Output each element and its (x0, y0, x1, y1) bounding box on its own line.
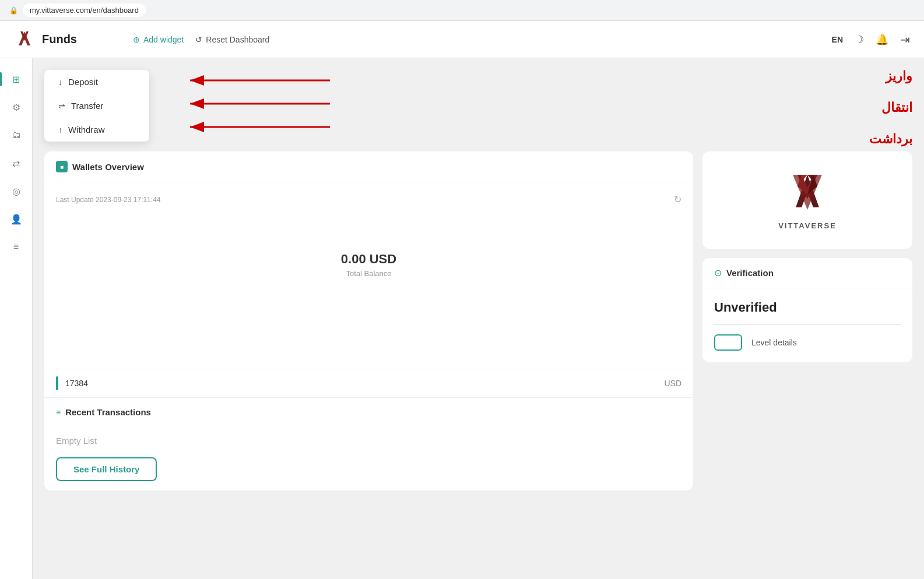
chart-currency: USD (664, 379, 681, 388)
transactions-title: Recent Transactions (65, 407, 151, 417)
last-update-text: Last Update 2023-09-23 17:11:44 (56, 196, 160, 204)
sidebar-item-list[interactable]: ≡ (5, 235, 28, 259)
withdraw-icon: ↑ (58, 125, 62, 135)
verification-title: Verification (726, 268, 774, 278)
vittaverse-logo-large (784, 170, 831, 217)
transactions-section: ≡ Recent Transactions Empty List See Ful… (44, 397, 693, 490)
sidebar-item-settings[interactable]: ⚙ (5, 96, 28, 119)
deposit-menu-item[interactable]: ↓ Deposit (44, 70, 149, 94)
refresh-icon[interactable]: ↻ (674, 194, 681, 205)
logout-icon: ⇥ (900, 33, 910, 47)
vittaverse-logo-small (14, 29, 35, 50)
settings-icon: ⚙ (12, 102, 20, 113)
list-icon: ≡ (13, 242, 19, 252)
wallets-overview-card: ■ Wallets Overview Last Update 2023-09-2… (44, 151, 693, 490)
browser-bar: 🔒 my.vittaverse.com/en/dashboard (0, 0, 924, 21)
bell-icon: 🔔 (876, 33, 888, 46)
left-column: ■ Wallets Overview Last Update 2023-09-2… (44, 151, 693, 490)
last-update-row: Last Update 2023-09-23 17:11:44 ↻ (56, 194, 681, 205)
wallets-content: Last Update 2023-09-23 17:11:44 ↻ 0.00 U… (44, 182, 693, 369)
popup-annotation-area: ↓ Deposit ⇌ Transfer ↑ Withdraw (44, 70, 912, 142)
dashboard-grid: ■ Wallets Overview Last Update 2023-09-2… (44, 151, 912, 490)
verification-header: ⊙ Verification (702, 258, 912, 288)
logo-area: Funds (14, 29, 119, 50)
total-balance-label: Total Balance (346, 269, 391, 278)
user-icon: 👤 (10, 214, 22, 225)
transfer-icon: ⇌ (58, 101, 65, 111)
notifications-button[interactable]: 🔔 (876, 33, 888, 46)
level-box (714, 334, 742, 351)
transfer-icon: ⇄ (12, 158, 20, 169)
brand-name: VITTAVERSE (778, 221, 837, 230)
add-widget-button[interactable]: ⊕ Add widget (133, 35, 184, 44)
wallets-title: Wallets Overview (72, 162, 144, 172)
verification-row: Level details (714, 334, 901, 351)
wallets-widget-header: ■ Wallets Overview (44, 151, 693, 182)
lock-icon: 🔒 (9, 6, 18, 15)
page-title: Funds (42, 33, 77, 46)
annotation-arrows-svg (184, 70, 429, 140)
sidebar-item-globe[interactable]: ◎ (5, 179, 28, 203)
shield-icon: ⊙ (714, 267, 722, 278)
chart-row: 17384 USD (44, 369, 693, 397)
withdraw-arabic-label: برداشت (869, 132, 912, 147)
level-details-label: Level details (751, 338, 797, 347)
sidebar-thin: ⊞ ⚙ 🗂 ⇄ ◎ 👤 ≡ (0, 58, 33, 579)
balance-center: 0.00 USD Total Balance (56, 217, 681, 313)
sidebar-item-user[interactable]: 👤 (5, 207, 28, 231)
plus-circle-icon: ⊕ (133, 35, 140, 44)
globe-icon: ◎ (12, 186, 20, 197)
sidebar-item-transfer[interactable]: ⇄ (5, 151, 28, 175)
transactions-header: ≡ Recent Transactions (56, 407, 681, 417)
dark-mode-button[interactable]: ☽ (855, 33, 864, 46)
arabic-annotation: واریز انتقال برداشت (184, 70, 912, 142)
chart-value: 17384 (65, 379, 657, 388)
deposit-arabic-label: واریز (869, 69, 912, 84)
transactions-icon: ≡ (56, 408, 61, 417)
moon-icon: ☽ (855, 33, 864, 46)
chart-bar-indicator (56, 376, 58, 390)
brand-logo-card: VITTAVERSE (702, 151, 912, 249)
reset-icon: ↺ (195, 35, 202, 44)
empty-list-label: Empty List (56, 424, 681, 453)
dashboard-icon: ⊞ (12, 74, 20, 85)
content-area: ↓ Deposit ⇌ Transfer ↑ Withdraw (33, 58, 924, 579)
main-layout: ⊞ ⚙ 🗂 ⇄ ◎ 👤 ≡ (0, 58, 924, 579)
top-header: Funds ⊕ Add widget ↺ Reset Dashboard EN … (0, 21, 924, 58)
see-full-history-button[interactable]: See Full History (56, 457, 157, 481)
deposit-icon: ↓ (58, 77, 62, 87)
sidebar-item-wallet[interactable]: 🗂 (5, 123, 28, 147)
total-balance-amount: 0.00 USD (341, 252, 396, 267)
sidebar-item-dashboard[interactable]: ⊞ (5, 68, 28, 91)
right-panel: VITTAVERSE ⊙ Verification Unverified (702, 151, 912, 490)
logout-button[interactable]: ⇥ (900, 33, 910, 47)
verification-content: Unverified Level details (702, 288, 912, 362)
reset-dashboard-button[interactable]: ↺ Reset Dashboard (195, 35, 269, 44)
verification-card: ⊙ Verification Unverified Level details (702, 258, 912, 362)
app-wrapper: Funds ⊕ Add widget ↺ Reset Dashboard EN … (0, 21, 924, 579)
header-right: EN ☽ 🔔 ⇥ (832, 33, 910, 47)
verification-status: Unverified (714, 300, 901, 315)
funds-popup-menu: ↓ Deposit ⇌ Transfer ↑ Withdraw (44, 70, 149, 142)
wallet-icon: 🗂 (12, 130, 21, 140)
transfer-arabic-label: انتقال (869, 100, 912, 115)
header-actions: ⊕ Add widget ↺ Reset Dashboard (133, 35, 269, 44)
withdraw-menu-item[interactable]: ↑ Withdraw (44, 118, 149, 142)
url-bar: my.vittaverse.com/en/dashboard (23, 3, 146, 17)
transfer-menu-item[interactable]: ⇌ Transfer (44, 94, 149, 118)
language-button[interactable]: EN (832, 35, 843, 44)
wallets-header-icon: ■ (56, 161, 68, 172)
